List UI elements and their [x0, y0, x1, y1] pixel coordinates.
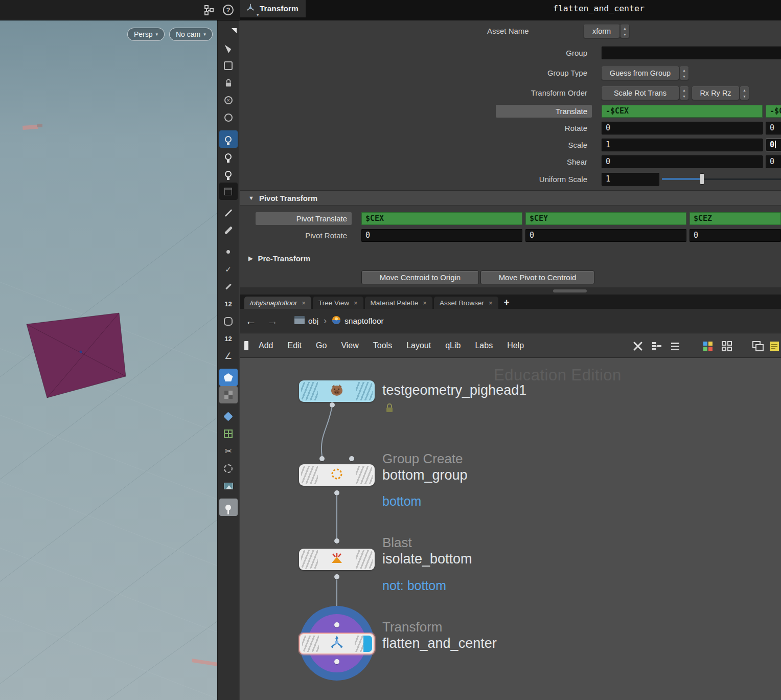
network-overview-icon[interactable]: [650, 340, 663, 353]
forward-icon[interactable]: →: [262, 314, 283, 328]
scale-x-field[interactable]: 1: [602, 139, 763, 151]
node-menu-caret-icon[interactable]: ▾: [257, 12, 259, 17]
pivot-translate-z-field[interactable]: $CEZ: [690, 212, 781, 225]
close-icon[interactable]: ×: [302, 299, 306, 307]
rotate-order-spinner[interactable]: ▲▼: [740, 86, 749, 100]
menu-edit[interactable]: Edit: [280, 333, 309, 358]
rotate-order-select[interactable]: Rx Ry Rz: [692, 86, 739, 100]
grid-snap-icon[interactable]: [219, 425, 238, 442]
new-tab-button[interactable]: +: [500, 297, 514, 309]
point-number-icon[interactable]: 12: [219, 295, 238, 312]
node-name[interactable]: flatten_and_center: [382, 636, 497, 651]
translate-y-field[interactable]: -$CEY: [766, 105, 781, 118]
output-connector[interactable]: [330, 402, 335, 408]
lock-flag-icon[interactable]: [385, 403, 394, 415]
pivot-translate-y-field[interactable]: $CEY: [525, 212, 686, 225]
input-connector[interactable]: [319, 456, 325, 461]
eyedropper-icon[interactable]: [219, 278, 238, 295]
node-name-field[interactable]: flatten_and_center: [553, 0, 645, 17]
collapse-triangle-icon[interactable]: ▼: [248, 195, 254, 201]
node-name[interactable]: isolate_bottom: [382, 551, 472, 567]
asset-name-spinner[interactable]: ▲▼: [621, 25, 629, 38]
uniform-scale-field[interactable]: 1: [602, 173, 659, 186]
menu-view[interactable]: View: [334, 333, 365, 358]
node-testgeometry-pighead[interactable]: [299, 380, 375, 402]
angle-snap-icon[interactable]: ∠: [219, 347, 238, 365]
help-icon[interactable]: ?: [223, 5, 234, 15]
node-type-tab[interactable]: Transform: [240, 0, 306, 17]
display-flag[interactable]: [363, 636, 372, 652]
rotate-x-field[interactable]: 0: [602, 122, 763, 134]
circle-tool-icon[interactable]: [219, 460, 238, 477]
pane-corner-icon[interactable]: [219, 22, 238, 39]
lasso-tool-icon[interactable]: [219, 57, 238, 74]
perspective-view-button[interactable]: Persp ▾: [127, 28, 165, 41]
shear-y-field[interactable]: 0: [766, 155, 781, 168]
layout-grid-icon[interactable]: [720, 340, 733, 353]
group-type-select[interactable]: Guess from Group: [602, 66, 679, 80]
primitive-number-icon[interactable]: 12: [219, 330, 238, 347]
menu-go[interactable]: Go: [309, 333, 334, 358]
input-connector[interactable]: [334, 622, 339, 627]
input-connector[interactable]: [349, 456, 354, 461]
high-quality-light-icon[interactable]: [219, 165, 238, 183]
translate-label[interactable]: Translate: [496, 105, 592, 118]
close-icon[interactable]: ×: [354, 299, 358, 307]
tab-asset-browser[interactable]: Asset Browser ×: [434, 297, 498, 309]
group-type-spinner[interactable]: ▲▼: [680, 66, 688, 80]
shaded-view-icon[interactable]: [219, 183, 238, 200]
pivot-rotate-x-field[interactable]: 0: [361, 229, 522, 242]
node-flatten-and-center[interactable]: [299, 633, 375, 654]
expand-triangle-icon[interactable]: ▶: [248, 255, 252, 262]
close-icon[interactable]: ×: [423, 299, 427, 307]
color-palette-icon[interactable]: [701, 340, 715, 353]
camera-select-button[interactable]: No cam ▾: [169, 28, 213, 41]
headlight-icon[interactable]: [219, 130, 238, 148]
move-pivot-button[interactable]: Move Pivot to Centroid: [480, 270, 594, 284]
pivot-translate-x-field[interactable]: $CEX: [361, 212, 522, 225]
transform-order-spinner[interactable]: ▲▼: [680, 86, 688, 100]
network-editor[interactable]: Education Edition testgeometry_pighead1: [240, 358, 781, 700]
remove-icon[interactable]: ×: [219, 92, 238, 109]
move-centroid-button[interactable]: Move Centroid to Origin: [361, 270, 479, 284]
pivot-translate-label[interactable]: Pivot Translate: [256, 212, 352, 225]
node-name[interactable]: testgeometry_pighead1: [382, 382, 526, 398]
menu-qlib[interactable]: qLib: [438, 333, 468, 358]
image-plane-icon[interactable]: [219, 477, 238, 494]
select-tool-icon[interactable]: [219, 39, 238, 57]
input-connector[interactable]: [334, 538, 339, 544]
node-isolate-bottom[interactable]: [299, 549, 375, 570]
back-icon[interactable]: ←: [240, 314, 262, 328]
diamond-handle-icon[interactable]: [219, 408, 238, 425]
pivot-rotate-z-field[interactable]: 0: [690, 229, 781, 242]
tab-material-palette[interactable]: Material Palette ×: [365, 297, 432, 309]
tab-tree-view[interactable]: Tree View ×: [313, 297, 363, 309]
output-connector[interactable]: [334, 574, 339, 579]
sculpt-icon[interactable]: [219, 312, 238, 330]
breadcrumb-obj[interactable]: obj: [290, 316, 323, 326]
rotate-y-field[interactable]: 0: [766, 122, 781, 134]
stroke-icon[interactable]: ✓: [219, 260, 238, 278]
shear-x-field[interactable]: 0: [602, 155, 763, 168]
output-connector[interactable]: [334, 659, 339, 664]
menu-labs[interactable]: Labs: [468, 333, 500, 358]
customize-tools-icon[interactable]: [631, 340, 645, 353]
param-scrollbar-handle[interactable]: [553, 289, 587, 292]
point-display-icon[interactable]: [219, 243, 238, 260]
sticky-note-icon[interactable]: [768, 340, 781, 353]
transform-order-select[interactable]: Scale Rot Trans: [602, 86, 679, 100]
tab-obj-snaptofloor[interactable]: /obj/snaptofloor ×: [244, 297, 311, 309]
brush-icon[interactable]: [219, 221, 238, 239]
ring-icon[interactable]: [219, 109, 238, 126]
group-field[interactable]: [602, 47, 781, 59]
menu-tools[interactable]: Tools: [366, 333, 399, 358]
pre-transform-section[interactable]: ▶ Pre-Transform: [240, 251, 781, 266]
parameter-list-icon[interactable]: [669, 340, 682, 353]
knife-icon[interactable]: ✂: [219, 442, 238, 460]
node-bottom-group[interactable]: [299, 464, 375, 486]
viewport-3d[interactable]: Persp ▾ No cam ▾: [0, 20, 217, 700]
pin-icon[interactable]: [219, 499, 238, 516]
network-tree-icon[interactable]: [203, 5, 215, 18]
scale-y-field[interactable]: 0: [766, 139, 781, 151]
param-scrollbar[interactable]: [240, 287, 781, 295]
